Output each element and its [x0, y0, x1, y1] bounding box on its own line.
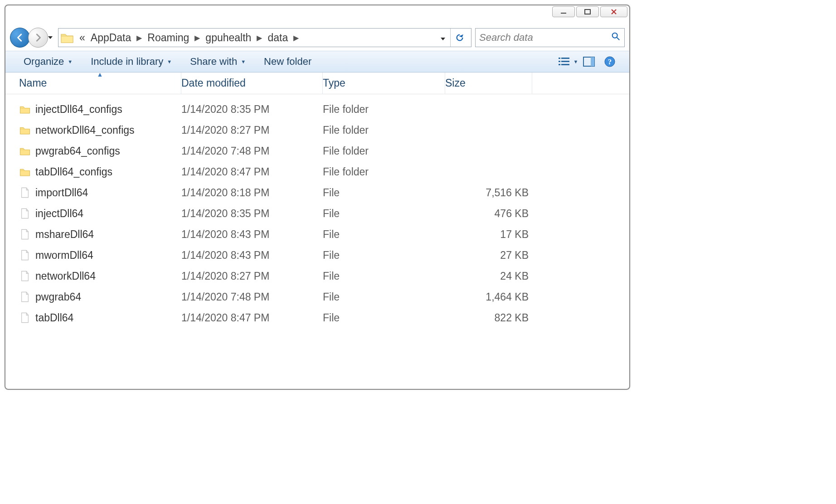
minimize-button[interactable] [552, 6, 575, 17]
file-icon [19, 291, 31, 303]
chevron-down-icon: ▼ [68, 59, 73, 64]
address-dropdown[interactable] [437, 32, 448, 44]
item-date: 1/14/2020 8:35 PM [181, 103, 323, 116]
refresh-button[interactable] [450, 29, 468, 47]
item-name: networkDll64 [35, 270, 96, 282]
organize-label: Organize [24, 56, 64, 68]
column-header-size[interactable]: Size [445, 73, 532, 94]
item-date: 1/14/2020 8:18 PM [181, 187, 323, 199]
chevron-down-icon: ▼ [574, 59, 578, 64]
item-name: tabDll64_configs [35, 166, 112, 178]
item-type: File [323, 187, 445, 199]
list-item[interactable]: injectDll641/14/2020 8:35 PMFile476 KB [19, 203, 629, 224]
item-size: 24 KB [445, 270, 532, 282]
list-item[interactable]: pwgrab64_configs1/14/2020 7:48 PMFile fo… [19, 141, 629, 161]
file-icon [19, 187, 31, 199]
folder-icon [19, 166, 31, 178]
svg-rect-5 [561, 58, 569, 59]
item-type: File folder [323, 124, 445, 136]
column-headers: ▲ Name Date modified Type Size [5, 73, 629, 94]
column-header-date[interactable]: Date modified [181, 73, 323, 94]
item-size: 27 KB [445, 249, 532, 262]
forward-button[interactable] [28, 28, 48, 48]
svg-rect-4 [559, 58, 560, 59]
svg-text:?: ? [608, 58, 612, 66]
list-item[interactable]: mshareDll641/14/2020 8:43 PMFile17 KB [19, 224, 629, 245]
search-icon [611, 31, 621, 44]
file-icon [19, 270, 31, 282]
preview-pane-button[interactable] [578, 53, 599, 70]
new-folder-label: New folder [264, 56, 311, 68]
item-type: File [323, 208, 445, 220]
explorer-window: « AppData ▶ Roaming ▶ gpuhealth ▶ data ▶… [5, 5, 630, 390]
folder-icon [19, 103, 31, 115]
list-item[interactable]: pwgrab641/14/2020 7:48 PMFile1,464 KB [19, 286, 629, 307]
breadcrumb-item[interactable]: AppData [88, 29, 134, 47]
item-type: File [323, 270, 445, 282]
nav-arrows [10, 28, 54, 48]
help-button[interactable]: ? [599, 53, 620, 70]
address-bar[interactable]: « AppData ▶ Roaming ▶ gpuhealth ▶ data ▶ [58, 28, 471, 47]
back-button[interactable] [10, 28, 30, 48]
svg-point-2 [612, 33, 617, 38]
list-item[interactable]: mwormDll641/14/2020 8:43 PMFile27 KB [19, 245, 629, 266]
item-name: tabDll64 [35, 312, 73, 324]
column-header-type[interactable]: Type [323, 73, 445, 94]
item-size: 7,516 KB [445, 187, 532, 199]
titlebar [5, 5, 629, 24]
file-icon [19, 228, 31, 240]
item-name: pwgrab64 [35, 291, 81, 303]
item-date: 1/14/2020 8:27 PM [181, 124, 323, 136]
svg-rect-11 [591, 57, 594, 66]
folder-icon [19, 145, 31, 157]
search-placeholder: Search data [479, 32, 611, 44]
item-date: 1/14/2020 8:43 PM [181, 228, 323, 241]
breadcrumb-item[interactable]: gpuhealth [203, 29, 254, 47]
item-type: File [323, 249, 445, 262]
item-name: pwgrab64_configs [35, 145, 120, 157]
list-item[interactable]: networkDll641/14/2020 8:27 PMFile24 KB [19, 266, 629, 286]
item-name: networkDll64_configs [35, 124, 135, 136]
chevron-right-icon[interactable]: ▶ [134, 34, 145, 42]
list-item[interactable]: tabDll641/14/2020 8:47 PMFile822 KB [19, 307, 629, 328]
svg-rect-6 [559, 61, 560, 62]
breadcrumb-prefix[interactable]: « [77, 29, 88, 47]
item-size: 822 KB [445, 312, 532, 324]
include-label: Include in library [91, 56, 163, 68]
item-name: importDll64 [35, 187, 88, 199]
list-item[interactable]: tabDll64_configs1/14/2020 8:47 PMFile fo… [19, 161, 629, 182]
item-type: File [323, 312, 445, 324]
new-folder-button[interactable]: New folder [255, 51, 321, 72]
item-name: injectDll64 [35, 208, 83, 220]
search-box[interactable]: Search data [475, 28, 625, 47]
list-item[interactable]: networkDll64_configs1/14/2020 8:27 PMFil… [19, 120, 629, 141]
file-list[interactable]: injectDll64_configs1/14/2020 8:35 PMFile… [5, 94, 629, 389]
include-in-library-menu[interactable]: Include in library ▼ [82, 51, 181, 72]
chevron-right-icon[interactable]: ▶ [192, 34, 203, 42]
svg-line-3 [617, 38, 620, 40]
command-bar: Organize ▼ Include in library ▼ Share wi… [5, 51, 629, 73]
file-icon [19, 208, 31, 219]
chevron-right-icon[interactable]: ▶ [291, 34, 301, 42]
svg-rect-1 [585, 10, 590, 14]
breadcrumb-item[interactable]: data [265, 29, 291, 47]
chevron-right-icon[interactable]: ▶ [254, 34, 265, 42]
folder-icon [19, 124, 31, 136]
view-options-button[interactable]: ▼ [558, 53, 578, 70]
item-date: 1/14/2020 8:47 PM [181, 166, 323, 178]
chevron-down-icon: ▼ [167, 59, 172, 64]
item-type: File folder [323, 145, 445, 157]
file-icon [19, 249, 31, 261]
nav-history-dropdown[interactable] [46, 28, 54, 48]
list-item[interactable]: importDll641/14/2020 8:18 PMFile7,516 KB [19, 182, 629, 203]
share-with-menu[interactable]: Share with ▼ [181, 51, 255, 72]
close-button[interactable] [600, 6, 627, 17]
list-item[interactable]: injectDll64_configs1/14/2020 8:35 PMFile… [19, 99, 629, 120]
column-header-name[interactable]: ▲ Name [19, 73, 181, 94]
breadcrumb-item[interactable]: Roaming [145, 29, 192, 47]
maximize-button[interactable] [576, 6, 599, 17]
item-date: 1/14/2020 8:43 PM [181, 249, 323, 262]
item-date: 1/14/2020 8:35 PM [181, 208, 323, 220]
organize-menu[interactable]: Organize ▼ [15, 51, 82, 72]
chevron-down-icon: ▼ [241, 59, 246, 64]
